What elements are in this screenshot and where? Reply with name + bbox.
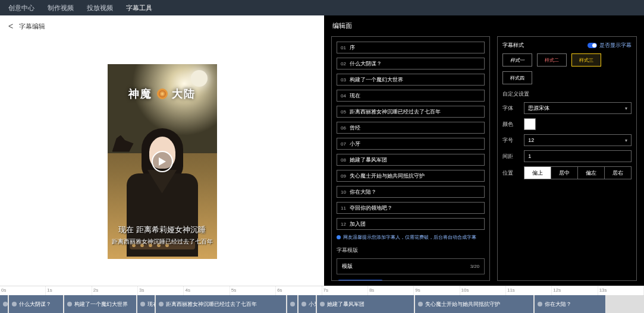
caption-index: 03 bbox=[341, 77, 346, 83]
generate-button[interactable]: 生成视频 bbox=[338, 280, 383, 281]
color-label: 颜色 bbox=[502, 121, 519, 128]
timeline-clip[interactable]: 构建了一个魔幻大世界 bbox=[64, 295, 137, 313]
caption-row[interactable]: 12加入团 bbox=[337, 218, 485, 230]
clip-dot-icon bbox=[3, 302, 8, 306]
caption-text: 曾经 bbox=[350, 124, 360, 132]
right-panel: 编辑面 01序02什么大阴谋？03构建了一个魔幻大世界04现在05距离西丽雅女神… bbox=[324, 15, 644, 286]
caption-row[interactable]: 05距离西丽雅女神沉睡已经过去了七百年 bbox=[337, 106, 485, 118]
caption-row[interactable]: 01序 bbox=[337, 42, 485, 53]
caption-row[interactable]: 08她建了暴风军团 bbox=[337, 154, 485, 166]
chevron-down-icon: ▾ bbox=[625, 138, 627, 143]
caption-row[interactable]: 04现在 bbox=[337, 90, 485, 102]
font-select[interactable]: 思源宋体▾ bbox=[524, 102, 632, 114]
caption-text: 你在大陆？ bbox=[350, 188, 376, 196]
timeline-clip[interactable]: 失心魔士开始与她共同抵抗守护 bbox=[415, 295, 534, 313]
left-panel: < 字幕编辑 神魔 大陆 现在 距离希莉娅女神沉 bbox=[0, 15, 324, 286]
style-tile-4[interactable]: 样式四 bbox=[502, 71, 532, 84]
clip-dot-icon bbox=[12, 302, 17, 306]
play-icon bbox=[159, 157, 166, 166]
clip-dot-icon bbox=[418, 302, 423, 306]
template-row[interactable]: 模版3/20 bbox=[337, 258, 485, 274]
caption-row[interactable]: 02什么大阴谋？ bbox=[337, 58, 485, 69]
timeline-track[interactable]: 序什么大阴谋？构建了一个魔幻大世界现在距离西丽雅女神沉睡已经过去了七百年曾…小牙… bbox=[0, 295, 644, 313]
nav-item-2[interactable]: 投放视频 bbox=[87, 4, 113, 12]
caption-index: 10 bbox=[341, 189, 346, 195]
timeline-clip[interactable]: 现在 bbox=[137, 295, 155, 313]
color-swatch[interactable] bbox=[524, 118, 536, 130]
captions-panel: 01序02什么大阴谋？03构建了一个魔幻大世界04现在05距离西丽雅女神沉睡已经… bbox=[331, 36, 490, 281]
style-section-label: 字幕样式 bbox=[502, 42, 524, 49]
pos-btn-0[interactable]: 偏上 bbox=[524, 166, 551, 179]
clip-text: 曾… bbox=[297, 301, 298, 308]
ruler-tick: 11s bbox=[506, 286, 552, 295]
settings-panel: 字幕样式 是否显示字幕 样式一 样式二 样式三 样式四 自定义设置 字体 bbox=[497, 36, 637, 281]
timeline-clip[interactable]: 她建了暴风军团 bbox=[317, 295, 414, 313]
clip-dot-icon bbox=[140, 302, 145, 306]
caption-index: 09 bbox=[341, 173, 346, 179]
ruler-tick: 4s bbox=[184, 286, 230, 295]
clip-text: 什么大阴谋？ bbox=[19, 301, 51, 308]
preview-caption-main: 现在 距离希莉娅女神沉睡 bbox=[108, 225, 217, 235]
timeline-clip[interactable]: 曾… bbox=[287, 295, 298, 313]
chevron-down-icon: ▾ bbox=[625, 106, 627, 111]
template-count: 3/20 bbox=[470, 264, 480, 269]
clip-dot-icon bbox=[159, 302, 164, 306]
ruler-tick: 13s bbox=[598, 286, 644, 295]
lineheight-label: 间距 bbox=[502, 153, 519, 160]
caption-row[interactable]: 03构建了一个魔幻大世界 bbox=[337, 74, 485, 86]
pos-btn-2[interactable]: 偏左 bbox=[578, 166, 605, 179]
size-select[interactable]: 12▾ bbox=[524, 134, 632, 146]
clip-dot-icon bbox=[67, 302, 72, 306]
video-title-logo: 神魔 大陆 bbox=[108, 87, 217, 101]
clip-text: 构建了一个魔幻大世界 bbox=[74, 301, 128, 308]
caption-row[interactable]: 11夺回你的领地吧？ bbox=[337, 202, 485, 214]
ruler-tick: 0s bbox=[0, 286, 46, 295]
pos-btn-3[interactable]: 居右 bbox=[605, 166, 632, 179]
timeline-clip[interactable]: 你在大陆？ bbox=[535, 295, 606, 313]
clip-text: 她建了暴风军团 bbox=[327, 301, 365, 308]
caption-row[interactable]: 07小牙 bbox=[337, 138, 485, 150]
timeline-clip[interactable]: 序 bbox=[0, 295, 8, 313]
caption-index: 07 bbox=[341, 141, 346, 147]
timeline-clip[interactable]: 距离西丽雅女神沉睡已经过去了七百年 bbox=[156, 295, 287, 313]
nav-item-0[interactable]: 创意中心 bbox=[8, 4, 34, 12]
show-subtitle-toggle[interactable]: 是否显示字幕 bbox=[588, 42, 632, 49]
ruler-tick: 6s bbox=[276, 286, 322, 295]
caption-text: 失心魔士开始与她共同抵抗守护 bbox=[350, 172, 425, 180]
timeline-clip[interactable]: 小牙 bbox=[299, 295, 316, 313]
top-nav: 创意中心 制作视频 投放视频 字幕工具 bbox=[0, 0, 644, 15]
ruler-tick: 1s bbox=[46, 286, 92, 295]
play-button[interactable] bbox=[152, 151, 173, 172]
preview-caption-sub: 距离西丽雅女神沉睡已经过去了七百年 bbox=[108, 238, 217, 246]
pos-btn-1[interactable]: 居中 bbox=[551, 166, 578, 179]
back-icon[interactable]: < bbox=[8, 21, 13, 31]
video-preview[interactable]: 神魔 大陆 现在 距离希莉娅女神沉睡 距离西丽雅女神沉睡已经过去了七百年 bbox=[108, 64, 217, 259]
clip-text: 你在大陆？ bbox=[545, 301, 571, 308]
caption-row[interactable]: 10你在大陆？ bbox=[337, 186, 485, 198]
caption-text: 构建了一个魔幻大世界 bbox=[350, 76, 403, 84]
timeline-ruler: 0s1s2s3s4s5s6s7s8s9s10s11s12s13s bbox=[0, 286, 644, 295]
ruler-tick: 10s bbox=[460, 286, 506, 295]
right-panel-title: 编辑面 bbox=[324, 15, 644, 36]
page-title: 字幕编辑 bbox=[19, 22, 45, 31]
style-tile-2[interactable]: 样式二 bbox=[537, 53, 567, 67]
caption-text: 什么大阴谋？ bbox=[350, 60, 382, 68]
template-section-label: 字幕模版 bbox=[337, 246, 485, 254]
timeline-clip[interactable]: 什么大阴谋？ bbox=[9, 295, 64, 313]
clip-text: 失心魔士开始与她共同抵抗守护 bbox=[425, 301, 500, 308]
caption-row[interactable]: 09失心魔士开始与她共同抵抗守护 bbox=[337, 170, 485, 182]
ruler-tick: 12s bbox=[552, 286, 598, 295]
nav-item-1[interactable]: 制作视频 bbox=[48, 4, 74, 12]
lineheight-input[interactable]: 1 bbox=[524, 150, 632, 162]
caption-row[interactable]: 06曾经 bbox=[337, 122, 485, 134]
clip-dot-icon bbox=[301, 302, 306, 306]
font-label: 字体 bbox=[502, 105, 519, 112]
nav-item-3[interactable]: 字幕工具 bbox=[126, 4, 152, 12]
clip-dot-icon bbox=[320, 302, 325, 306]
style-tile-1[interactable]: 样式一 bbox=[502, 53, 532, 67]
caption-text: 她建了暴风军团 bbox=[350, 156, 387, 164]
clip-text: 小牙 bbox=[309, 301, 316, 308]
style-tile-3[interactable]: 样式三 bbox=[571, 53, 601, 67]
ruler-tick: 5s bbox=[230, 286, 276, 295]
caption-text: 夺回你的领地吧？ bbox=[350, 204, 392, 212]
